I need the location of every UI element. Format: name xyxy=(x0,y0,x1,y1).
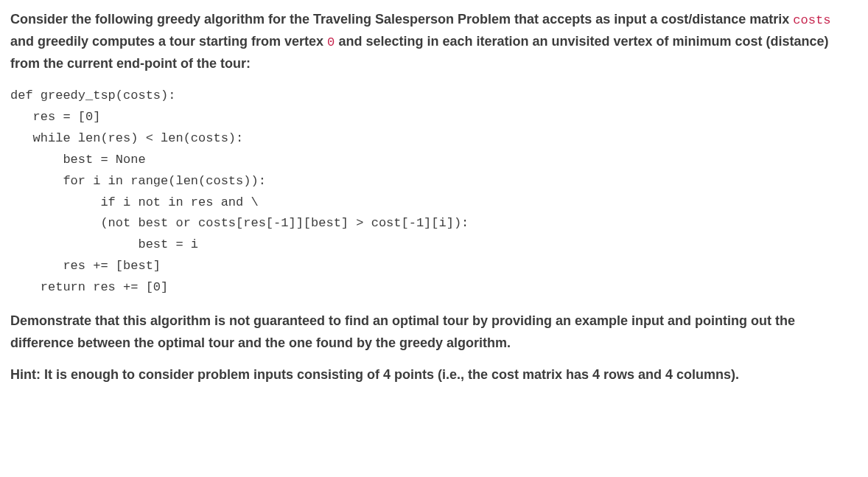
inline-code-costs: costs xyxy=(793,13,830,27)
intro-text-2: and greedily computes a tour starting fr… xyxy=(10,34,327,49)
intro-paragraph: Consider the following greedy algorithm … xyxy=(10,9,858,75)
code-block-greedy-tsp: def greedy_tsp(costs): res = [0] while l… xyxy=(10,86,858,299)
intro-text-1: Consider the following greedy algorithm … xyxy=(10,12,793,27)
inline-code-zero: 0 xyxy=(327,35,335,49)
task-paragraph: Demonstrate that this algorithm is not g… xyxy=(10,310,858,354)
hint-paragraph: Hint: It is enough to consider problem i… xyxy=(10,364,858,386)
